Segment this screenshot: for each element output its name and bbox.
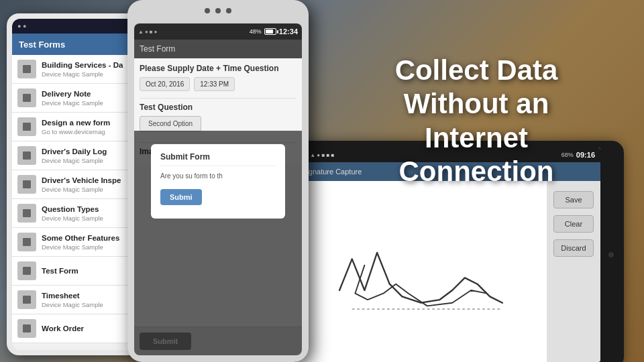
date-field[interactable]: Oct 20, 2016 (140, 77, 190, 91)
signature-svg (302, 188, 540, 355)
hero-line3: Connection (399, 156, 554, 187)
phone2-titlebar: Test Form (134, 40, 302, 58)
submit-dialog-button[interactable]: Submi (160, 189, 202, 205)
submit-dialog-title: Submit Form (160, 152, 276, 166)
list-item-icon (17, 290, 36, 309)
battery-icon (264, 28, 276, 35)
phone1-title: Test Forms (19, 40, 65, 50)
list-item-icon (17, 60, 36, 78)
list-item-text: Building Services - Da Device Magic Samp… (42, 60, 123, 78)
phone2-statusbar: ▲ ● ■ ● 48% 12:34 (134, 23, 302, 40)
hero-text-block: Collect Data Without an Internet Connect… (349, 54, 604, 189)
list-item-subtitle: Device Magic Sample (42, 301, 103, 308)
phone2-status-icons: ▲ ● ■ ● (138, 29, 157, 35)
svg-rect-5 (23, 209, 31, 217)
test-question-label: Test Question (140, 103, 297, 112)
list-item-text: Design a new form Go to www.devicemag (42, 118, 110, 135)
clear-button[interactable]: Clear (553, 215, 594, 233)
phone2-title: Test Form (140, 44, 175, 54)
list-item-subtitle: Device Magic Sample (42, 70, 123, 78)
camera-dot (226, 8, 231, 13)
list-item-subtitle: Device Magic Sample (42, 99, 103, 107)
list-item-icon (17, 233, 36, 251)
list-item-subtitle: Device Magic Sample (42, 243, 119, 251)
phone2-screen: ▲ ● ■ ● 48% 12:34 Test Form Please Suppl… (134, 23, 302, 355)
tablet-action-buttons: Save Clear Discard (547, 181, 600, 362)
phone-form-device: ▲ ● ■ ● 48% 12:34 Test Form Please Suppl… (127, 0, 309, 362)
discard-button[interactable]: Discard (553, 239, 594, 257)
list-item-title: Building Services - Da (42, 60, 123, 70)
list-item-title: Work Order (42, 324, 84, 334)
tablet-camera (608, 252, 614, 257)
list-item-subtitle: Device Magic Sample (42, 215, 103, 222)
list-item-icon (17, 319, 36, 338)
hero-line2: Without an Internet (404, 88, 549, 153)
phone2-time: 12:34 (279, 27, 298, 36)
camera-dot (205, 8, 210, 13)
time-field[interactable]: 12:33 PM (194, 77, 235, 91)
list-item-subtitle: Device Magic Sample (42, 186, 121, 193)
camera-dot (215, 8, 221, 13)
list-item-title: Question Types (42, 204, 103, 215)
list-item-title: Delivery Note (42, 89, 103, 99)
submit-dialog-text: Are you su form to th (160, 172, 276, 181)
list-item-text: Driver's Daily Log Device Magic Sample (42, 147, 107, 164)
svg-rect-6 (23, 238, 31, 246)
list-item-text: Test Form (42, 266, 78, 276)
battery-fill (266, 29, 273, 34)
save-button[interactable]: Save (553, 191, 594, 208)
list-item-subtitle: Go to www.devicemag (42, 128, 110, 135)
svg-rect-0 (23, 65, 31, 73)
list-item-text: Question Types Device Magic Sample (42, 204, 103, 222)
date-time-question-label: Please Supply Date + Time Question (140, 64, 297, 73)
submit-overlay: Submit Form Are you su form to th Submi (134, 131, 302, 355)
svg-rect-1 (23, 94, 31, 102)
list-item-title: Test Form (42, 266, 78, 276)
svg-rect-8 (23, 296, 31, 304)
list-item-subtitle: Device Magic Sample (42, 157, 107, 164)
list-item-text: Some Other Features Device Magic Sample (42, 233, 119, 251)
phone2-status-right: 48% 12:34 (250, 27, 298, 36)
svg-rect-3 (23, 152, 31, 160)
svg-rect-7 (23, 267, 31, 275)
phone2-camera-area (205, 8, 231, 13)
list-item-title: Design a new form (42, 118, 110, 128)
hero-line1: Collect Data (395, 54, 558, 86)
list-item-text: Delivery Note Device Magic Sample (42, 89, 103, 107)
second-option-button[interactable]: Second Option (140, 116, 201, 131)
list-item-title: Driver's Daily Log (42, 147, 107, 157)
list-item-title: Driver's Vehicle Inspe (42, 176, 121, 186)
svg-rect-2 (23, 123, 31, 131)
list-item-text: Timesheet Device Magic Sample (42, 291, 103, 308)
list-item-icon (17, 88, 36, 107)
tablet-content: Save Clear Discard (295, 181, 600, 362)
date-time-row: Oct 20, 2016 12:33 PM (140, 77, 297, 91)
submit-dialog: Submit Form Are you su form to th Submi (151, 144, 285, 219)
list-item-icon (17, 117, 36, 136)
list-item-icon (17, 261, 36, 280)
list-item-icon (17, 204, 36, 223)
svg-rect-4 (23, 180, 31, 188)
battery-pct: 48% (250, 28, 262, 35)
list-item-icon (17, 146, 36, 165)
list-item-title: Timesheet (42, 291, 103, 301)
list-item-text: Work Order (42, 324, 84, 334)
list-item-text: Driver's Vehicle Inspe Device Magic Samp… (42, 176, 121, 193)
form-divider (140, 98, 297, 99)
svg-rect-9 (23, 324, 31, 333)
list-item-title: Some Other Features (42, 233, 119, 243)
list-item-icon (17, 175, 36, 194)
signature-area (295, 181, 547, 362)
